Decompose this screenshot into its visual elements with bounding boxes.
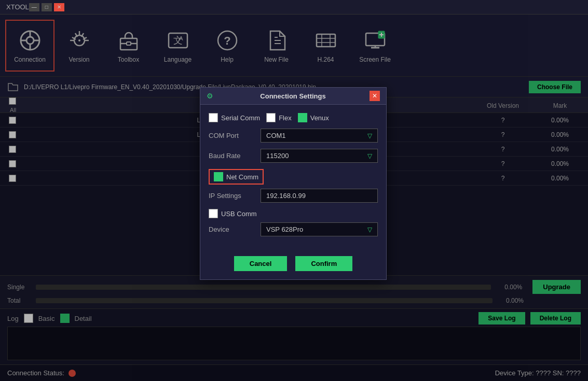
baud-rate-arrow: ▽ [367, 152, 372, 160]
net-comm-row: Net Comm [209, 169, 378, 185]
baud-rate-select[interactable]: 115200 ▽ [261, 149, 378, 163]
close-button[interactable]: ✕ [54, 3, 64, 11]
com-port-value: COM1 [266, 132, 286, 139]
dialog-close-button[interactable]: ✕ [370, 91, 380, 101]
modal-overlay: ⚙ Connection Settings ✕ Serial Comm Flex… [0, 15, 588, 381]
dialog-titlebar: ⚙ Connection Settings ✕ [200, 88, 386, 105]
dialog-icon: ⚙ [207, 92, 213, 100]
serial-comm-option[interactable]: Serial Comm [209, 113, 260, 122]
baud-rate-label: Baud Rate [209, 152, 255, 160]
comm-type-row: Serial Comm Flex Venux [209, 113, 378, 122]
device-arrow: ▽ [367, 226, 372, 233]
baud-rate-row: Baud Rate 115200 ▽ [209, 149, 378, 163]
dialog-footer: Cancel Confirm [200, 251, 386, 279]
device-select[interactable]: VSP 628Pro ▽ [261, 222, 378, 236]
com-port-row: COM Port COM1 ▽ [209, 129, 378, 143]
flex-label: Flex [279, 114, 292, 122]
com-port-label: COM Port [209, 132, 255, 139]
device-label: Device [209, 225, 255, 233]
connection-dialog: ⚙ Connection Settings ✕ Serial Comm Flex… [200, 87, 387, 280]
cancel-button[interactable]: Cancel [234, 256, 288, 271]
com-port-select[interactable]: COM1 ▽ [261, 129, 378, 143]
confirm-button[interactable]: Confirm [295, 256, 352, 271]
net-comm-checkbox[interactable] [214, 172, 223, 181]
device-row: Device VSP 628Pro ▽ [209, 222, 378, 236]
net-comm-label: Net Comm [226, 173, 258, 181]
usb-comm-checkbox[interactable] [209, 209, 218, 218]
device-value: VSP 628Pro [266, 225, 303, 233]
serial-comm-label: Serial Comm [221, 114, 260, 122]
ip-settings-label: IP Settings [209, 192, 255, 200]
usb-comm-option[interactable]: USB Comm [209, 209, 257, 218]
baud-rate-value: 115200 [266, 152, 289, 160]
app-title: XTOOL [6, 3, 29, 11]
net-comm-option[interactable]: Net Comm [209, 169, 264, 185]
flex-checkbox[interactable] [266, 113, 276, 122]
dialog-title: Connection Settings [260, 92, 325, 100]
maximize-button[interactable]: □ [42, 3, 52, 11]
usb-comm-label: USB Comm [221, 210, 257, 218]
ip-settings-row: IP Settings [209, 189, 378, 203]
com-port-arrow: ▽ [367, 132, 372, 139]
venux-option[interactable]: Venux [298, 113, 329, 122]
flex-option[interactable]: Flex [266, 113, 292, 122]
venux-label: Venux [310, 114, 329, 122]
dialog-body: Serial Comm Flex Venux COM Port COM1 ▽ [200, 105, 386, 251]
venux-checkbox[interactable] [298, 113, 307, 122]
minimize-button[interactable]: — [29, 3, 39, 11]
serial-comm-checkbox[interactable] [209, 113, 218, 122]
usb-comm-row: USB Comm [209, 209, 378, 218]
titlebar: XTOOL — □ ✕ [0, 0, 588, 15]
ip-settings-input[interactable] [261, 189, 378, 203]
